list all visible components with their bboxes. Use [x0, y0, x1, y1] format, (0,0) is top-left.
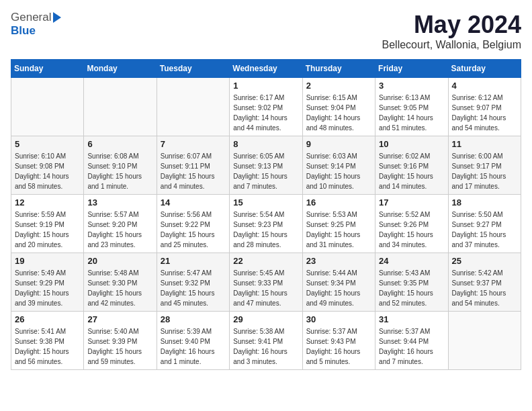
- day-info: Sunrise: 5:50 AM Sunset: 9:27 PM Dayligh…: [452, 210, 517, 250]
- day-number: 1: [233, 81, 298, 91]
- day-number: 15: [233, 197, 298, 208]
- calendar-cell: 12Sunrise: 5:59 AM Sunset: 9:19 PM Dayli…: [11, 195, 84, 253]
- day-number: 27: [87, 314, 152, 324]
- calendar-cell: 26Sunrise: 5:41 AM Sunset: 9:38 PM Dayli…: [11, 312, 84, 370]
- day-number: 6: [87, 139, 152, 149]
- day-number: 7: [161, 139, 226, 149]
- day-info: Sunrise: 5:53 AM Sunset: 9:25 PM Dayligh…: [306, 210, 371, 250]
- day-number: 31: [379, 314, 444, 324]
- day-number: 28: [161, 314, 226, 324]
- day-info: Sunrise: 5:43 AM Sunset: 9:35 PM Dayligh…: [379, 268, 444, 308]
- day-number: 11: [452, 139, 517, 149]
- day-info: Sunrise: 6:10 AM Sunset: 9:08 PM Dayligh…: [15, 151, 80, 191]
- day-info: Sunrise: 5:59 AM Sunset: 9:19 PM Dayligh…: [15, 210, 80, 250]
- calendar-cell: 14Sunrise: 5:56 AM Sunset: 9:22 PM Dayli…: [157, 195, 229, 253]
- calendar-cell: 24Sunrise: 5:43 AM Sunset: 9:35 PM Dayli…: [375, 253, 448, 312]
- day-info: Sunrise: 6:05 AM Sunset: 9:13 PM Dayligh…: [233, 151, 298, 191]
- calendar-table: SundayMondayTuesdayWednesdayThursdayFrid…: [11, 59, 521, 370]
- day-info: Sunrise: 5:41 AM Sunset: 9:38 PM Dayligh…: [15, 326, 80, 367]
- day-of-week-header: Tuesday: [157, 60, 229, 78]
- day-number: 16: [306, 197, 371, 208]
- calendar-header-row: SundayMondayTuesdayWednesdayThursdayFrid…: [11, 60, 521, 78]
- day-number: 30: [306, 314, 371, 324]
- page-title: May 2024: [382, 11, 522, 39]
- day-info: Sunrise: 5:57 AM Sunset: 9:20 PM Dayligh…: [87, 210, 152, 250]
- day-info: Sunrise: 5:48 AM Sunset: 9:30 PM Dayligh…: [87, 268, 152, 308]
- calendar-cell: [84, 78, 157, 136]
- calendar-cell: 28Sunrise: 5:39 AM Sunset: 9:40 PM Dayli…: [157, 312, 229, 370]
- day-info: Sunrise: 5:54 AM Sunset: 9:23 PM Dayligh…: [233, 210, 298, 250]
- day-info: Sunrise: 5:49 AM Sunset: 9:29 PM Dayligh…: [15, 268, 80, 308]
- calendar-cell: 2Sunrise: 6:15 AM Sunset: 9:04 PM Daylig…: [302, 78, 375, 136]
- day-number: 26: [15, 314, 80, 324]
- day-info: Sunrise: 6:00 AM Sunset: 9:17 PM Dayligh…: [452, 151, 517, 191]
- day-info: Sunrise: 5:47 AM Sunset: 9:32 PM Dayligh…: [161, 268, 226, 308]
- calendar-cell: 11Sunrise: 6:00 AM Sunset: 9:17 PM Dayli…: [448, 136, 521, 195]
- day-of-week-header: Monday: [84, 60, 157, 78]
- calendar-cell: 7Sunrise: 6:07 AM Sunset: 9:11 PM Daylig…: [157, 136, 229, 195]
- calendar-cell: 22Sunrise: 5:45 AM Sunset: 9:33 PM Dayli…: [230, 253, 302, 312]
- calendar-cell: 5Sunrise: 6:10 AM Sunset: 9:08 PM Daylig…: [11, 136, 84, 195]
- calendar-cell: 25Sunrise: 5:42 AM Sunset: 9:37 PM Dayli…: [448, 253, 521, 312]
- day-info: Sunrise: 5:56 AM Sunset: 9:22 PM Dayligh…: [161, 210, 226, 250]
- calendar-cell: [11, 78, 84, 136]
- day-number: 22: [233, 256, 298, 266]
- day-info: Sunrise: 5:52 AM Sunset: 9:26 PM Dayligh…: [379, 210, 444, 250]
- calendar-cell: 17Sunrise: 5:52 AM Sunset: 9:26 PM Dayli…: [375, 195, 448, 253]
- day-number: 4: [452, 81, 517, 91]
- calendar-cell: [157, 78, 229, 136]
- calendar-cell: 27Sunrise: 5:40 AM Sunset: 9:39 PM Dayli…: [84, 312, 157, 370]
- day-number: 18: [452, 197, 517, 208]
- logo-blue: Blue: [11, 24, 36, 38]
- day-of-week-header: Sunday: [11, 60, 84, 78]
- calendar-cell: 21Sunrise: 5:47 AM Sunset: 9:32 PM Dayli…: [157, 253, 229, 312]
- calendar-cell: 3Sunrise: 6:13 AM Sunset: 9:05 PM Daylig…: [375, 78, 448, 136]
- calendar-cell: 8Sunrise: 6:05 AM Sunset: 9:13 PM Daylig…: [230, 136, 302, 195]
- day-info: Sunrise: 6:17 AM Sunset: 9:02 PM Dayligh…: [233, 93, 298, 133]
- calendar-cell: 6Sunrise: 6:08 AM Sunset: 9:10 PM Daylig…: [84, 136, 157, 195]
- day-number: 10: [379, 139, 444, 149]
- day-number: 17: [379, 197, 444, 208]
- calendar-cell: 18Sunrise: 5:50 AM Sunset: 9:27 PM Dayli…: [448, 195, 521, 253]
- calendar-week-row: 12Sunrise: 5:59 AM Sunset: 9:19 PM Dayli…: [11, 195, 521, 253]
- day-of-week-header: Thursday: [302, 60, 375, 78]
- day-info: Sunrise: 6:12 AM Sunset: 9:07 PM Dayligh…: [452, 93, 517, 133]
- calendar-cell: 16Sunrise: 5:53 AM Sunset: 9:25 PM Dayli…: [302, 195, 375, 253]
- calendar-week-row: 26Sunrise: 5:41 AM Sunset: 9:38 PM Dayli…: [11, 312, 521, 370]
- calendar-cell: 9Sunrise: 6:03 AM Sunset: 9:14 PM Daylig…: [302, 136, 375, 195]
- calendar-cell: 31Sunrise: 5:37 AM Sunset: 9:44 PM Dayli…: [375, 312, 448, 370]
- day-number: 14: [161, 197, 226, 208]
- day-number: 5: [15, 139, 80, 149]
- day-of-week-header: Saturday: [448, 60, 521, 78]
- day-info: Sunrise: 5:37 AM Sunset: 9:44 PM Dayligh…: [379, 326, 444, 367]
- day-info: Sunrise: 5:44 AM Sunset: 9:34 PM Dayligh…: [306, 268, 371, 308]
- calendar-week-row: 1Sunrise: 6:17 AM Sunset: 9:02 PM Daylig…: [11, 78, 521, 136]
- day-number: 19: [15, 256, 80, 266]
- day-number: 25: [452, 256, 517, 266]
- day-of-week-header: Wednesday: [230, 60, 302, 78]
- day-info: Sunrise: 6:02 AM Sunset: 9:16 PM Dayligh…: [379, 151, 444, 191]
- calendar-week-row: 5Sunrise: 6:10 AM Sunset: 9:08 PM Daylig…: [11, 136, 521, 195]
- day-info: Sunrise: 6:08 AM Sunset: 9:10 PM Dayligh…: [87, 151, 152, 191]
- calendar-cell: 10Sunrise: 6:02 AM Sunset: 9:16 PM Dayli…: [375, 136, 448, 195]
- day-info: Sunrise: 6:03 AM Sunset: 9:14 PM Dayligh…: [306, 151, 371, 191]
- day-info: Sunrise: 5:39 AM Sunset: 9:40 PM Dayligh…: [161, 326, 226, 367]
- logo-arrow-icon: [53, 12, 61, 23]
- page-subtitle: Bellecourt, Wallonia, Belgium: [382, 39, 522, 51]
- day-number: 20: [87, 256, 152, 266]
- page-header: General Blue May 2024 Bellecourt, Wallon…: [11, 11, 521, 51]
- calendar-cell: 29Sunrise: 5:38 AM Sunset: 9:41 PM Dayli…: [230, 312, 302, 370]
- day-info: Sunrise: 5:37 AM Sunset: 9:43 PM Dayligh…: [306, 326, 371, 367]
- day-number: 23: [306, 256, 371, 266]
- day-number: 21: [161, 256, 226, 266]
- day-info: Sunrise: 5:45 AM Sunset: 9:33 PM Dayligh…: [233, 268, 298, 308]
- day-of-week-header: Friday: [375, 60, 448, 78]
- calendar-cell: [448, 312, 521, 370]
- title-block: May 2024 Bellecourt, Wallonia, Belgium: [382, 11, 522, 51]
- day-number: 8: [233, 139, 298, 149]
- calendar-cell: 1Sunrise: 6:17 AM Sunset: 9:02 PM Daylig…: [230, 78, 302, 136]
- calendar-cell: 15Sunrise: 5:54 AM Sunset: 9:23 PM Dayli…: [230, 195, 302, 253]
- day-number: 3: [379, 81, 444, 91]
- logo-general: General: [11, 11, 51, 24]
- day-number: 29: [233, 314, 298, 324]
